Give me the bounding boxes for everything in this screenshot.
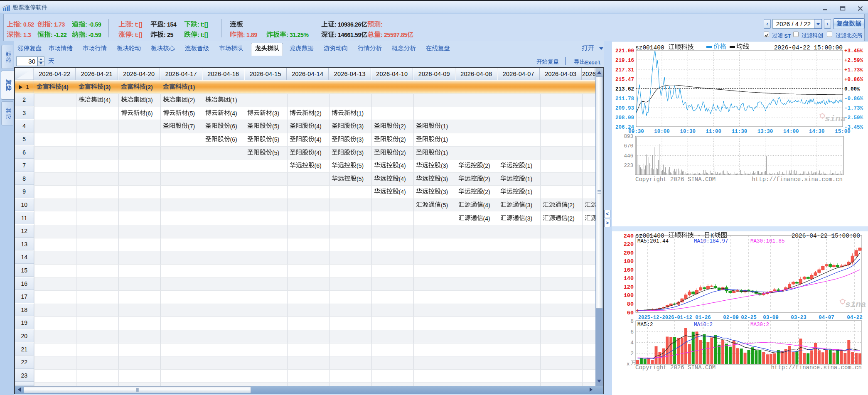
svg-text:2026-04-22 15:00:00: 2026-04-22 15:00:00 (792, 233, 860, 239)
svg-text:13:30: 13:30 (757, 129, 773, 135)
svg-text:01-26: 01-26 (695, 315, 711, 321)
svg-text:240: 240 (624, 233, 634, 239)
svg-text:2: 2 (630, 351, 634, 357)
svg-text:10:30: 10:30 (680, 129, 696, 135)
svg-text:60: 60 (627, 310, 634, 316)
svg-text:+0.86%: +0.86% (844, 77, 863, 83)
svg-text:02-25: 02-25 (741, 315, 757, 321)
svg-text:223: 223 (624, 163, 633, 169)
svg-text:14:00: 14:00 (783, 129, 799, 135)
svg-text:x: x (627, 361, 629, 367)
svg-text:11:00: 11:00 (706, 129, 722, 135)
svg-text:893: 893 (624, 134, 633, 140)
svg-text:04-22: 04-22 (847, 315, 863, 321)
svg-text:4: 4 (630, 340, 634, 346)
svg-text:209.93: 209.93 (615, 105, 634, 111)
svg-text:217.31: 217.31 (615, 67, 634, 73)
svg-text:MA30:2: MA30:2 (750, 322, 769, 328)
svg-text:MA5:201.44: MA5:201.44 (637, 238, 669, 244)
svg-text:219.16: 219.16 (615, 58, 634, 64)
svg-text:220: 220 (624, 241, 634, 248)
svg-text:446: 446 (624, 153, 633, 159)
svg-text:80: 80 (627, 301, 634, 307)
svg-text:0.00%: 0.00% (844, 86, 860, 92)
svg-text:04-07: 04-07 (819, 315, 834, 321)
svg-text:6: 6 (630, 329, 634, 335)
svg-text:120: 120 (624, 284, 634, 290)
svg-text:100: 100 (624, 292, 634, 299)
svg-text:http://finance.sina.com.cn: http://finance.sina.com.cn (752, 176, 843, 183)
svg-text:-2.59%: -2.59% (844, 115, 863, 121)
svg-text:14:30: 14:30 (809, 129, 825, 135)
svg-text:sina: sina (825, 114, 846, 124)
svg-text:Copyright 2026 SINA.COM: Copyright 2026 SINA.COM (635, 364, 716, 371)
svg-text:03-23: 03-23 (791, 315, 807, 321)
svg-text:-0.86%: -0.86% (844, 96, 863, 102)
svg-text:-1.73%: -1.73% (844, 105, 863, 111)
svg-text:10:00: 10:00 (654, 129, 670, 135)
svg-text:670: 670 (624, 143, 633, 149)
svg-text:02-09: 02-09 (723, 315, 739, 321)
svg-text:+3.45%: +3.45% (844, 48, 863, 54)
svg-text:180: 180 (624, 258, 634, 265)
svg-text:http://finance.sina.com.cn: http://finance.sina.com.cn (771, 364, 862, 371)
svg-text:2025-12-2026-01-12: 2025-12-2026-01-12 (638, 315, 692, 321)
svg-text:Copyright 2026 SINA.COM: Copyright 2026 SINA.COM (635, 176, 716, 183)
svg-text:+2.59%: +2.59% (844, 58, 863, 64)
svg-text:211.78: 211.78 (615, 96, 634, 102)
svg-text:MA30:161.85: MA30:161.85 (750, 238, 785, 244)
svg-text:11:30: 11:30 (732, 129, 748, 135)
svg-text:140: 140 (624, 275, 634, 282)
svg-text:15:00: 15:00 (835, 129, 851, 135)
svg-text:160: 160 (624, 267, 634, 273)
svg-text:MA10:184.97: MA10:184.97 (694, 238, 728, 244)
svg-text:sina: sina (845, 300, 866, 309)
svg-text:+1.73%: +1.73% (844, 67, 863, 73)
svg-text:8: 8 (630, 318, 634, 324)
svg-text:221.00: 221.00 (615, 48, 634, 54)
svg-text:200: 200 (624, 250, 634, 256)
svg-text:215.47: 215.47 (615, 77, 634, 83)
svg-text:213.62: 213.62 (615, 86, 634, 92)
svg-text:208.09: 208.09 (615, 115, 634, 121)
svg-text:03-09: 03-09 (763, 315, 779, 321)
svg-text:MA5:2: MA5:2 (637, 322, 653, 328)
svg-text:MA10:2: MA10:2 (694, 322, 713, 328)
